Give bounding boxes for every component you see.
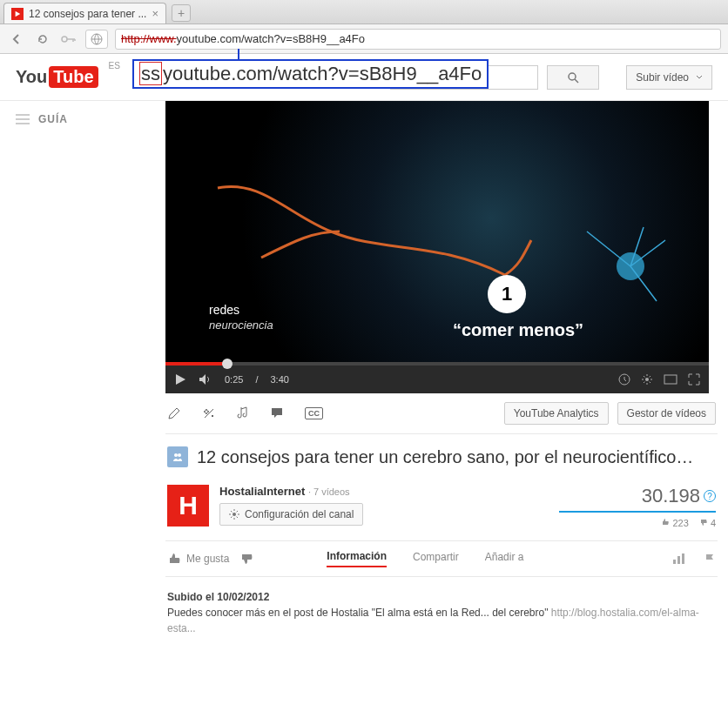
search-icon	[567, 71, 579, 84]
dislikes-count: 4	[699, 518, 716, 528]
time-current: 0:25	[225, 374, 243, 385]
svg-rect-10	[664, 375, 677, 384]
tab-info[interactable]: Información	[327, 550, 387, 567]
youtube-logo[interactable]: YouTube	[16, 66, 98, 88]
svg-point-3	[569, 73, 576, 80]
edit-icon[interactable]	[167, 406, 181, 420]
video-player: redes neurociencia 1 “comer menos” 0:25 …	[165, 101, 709, 393]
sentiment-bar	[559, 511, 716, 513]
overlay-text-redes: redes	[209, 303, 239, 317]
svg-point-1	[62, 37, 67, 42]
svg-line-4	[575, 79, 578, 83]
likes-count: 223	[661, 518, 688, 528]
url-struck: http://www.	[121, 32, 177, 45]
channel-name[interactable]: HostaliaInternet	[219, 485, 305, 498]
upload-date: Subido el 10/02/2012	[167, 591, 269, 603]
overlay-number-badge: 1	[488, 275, 526, 313]
browser-toolbar: http://www.youtube.com/watch?v=sB8H9__a4…	[0, 24, 728, 54]
player-controls: 0:25 / 3:40	[165, 366, 709, 393]
video-tabs: Me gusta Información Compartir Añadir a	[165, 540, 718, 577]
progress-played	[165, 362, 227, 366]
cc-icon[interactable]: CC	[305, 407, 323, 419]
tab-add[interactable]: Añadir a	[485, 551, 524, 567]
address-bar[interactable]: http://www.youtube.com/watch?v=sB8H9__a4…	[115, 29, 721, 50]
browser-tab-strip: 12 consejos para tener ... × +	[0, 0, 728, 24]
ss-prefix-highlight: ss	[139, 62, 162, 85]
watch-later-button[interactable]	[618, 373, 630, 386]
url-edit-overlay: ssyoutube.com/watch?v=sB8H9__a4Fo	[132, 59, 489, 89]
new-tab-button[interactable]: +	[172, 4, 191, 22]
svg-point-9	[645, 378, 649, 381]
svg-marker-6	[176, 374, 185, 385]
site-identity[interactable]	[85, 30, 108, 49]
svg-point-12	[178, 453, 181, 457]
progress-handle[interactable]	[222, 359, 233, 369]
view-count: 30.198	[642, 485, 700, 507]
play-button[interactable]	[174, 373, 186, 386]
svg-rect-14	[673, 560, 676, 564]
volume-button[interactable]	[199, 373, 212, 386]
svg-marker-7	[199, 374, 206, 385]
close-icon[interactable]: ×	[152, 7, 158, 20]
desc-text: Puedes conocer más en el post de Hostali…	[167, 607, 551, 619]
video-title: 12 consejos para tener un cerebro sano, …	[197, 447, 693, 467]
svg-point-13	[233, 513, 236, 516]
hamburger-icon	[16, 114, 30, 124]
theater-button[interactable]	[664, 373, 677, 386]
svg-rect-16	[682, 553, 684, 564]
category-icon	[167, 446, 188, 467]
overlay-text-neuro: neurociencia	[209, 319, 273, 332]
sidebar: GUÍA	[0, 101, 165, 648]
time-total: 3:40	[270, 374, 288, 385]
flag-icon[interactable]	[704, 553, 716, 565]
channel-config-button[interactable]: Configuración del canal	[219, 503, 363, 526]
search-button[interactable]	[547, 65, 599, 90]
url-rest: youtube.com/watch?v=sB8H9__a4Fo	[177, 32, 365, 45]
browser-tab[interactable]: 12 consejos para tener ... ×	[3, 3, 166, 23]
stats-icon[interactable]	[672, 553, 686, 565]
like-button[interactable]: Me gusta	[167, 552, 229, 566]
chevron-down-icon	[696, 74, 703, 81]
svg-marker-0	[16, 10, 21, 16]
back-button[interactable]	[7, 30, 26, 49]
tab-share[interactable]: Compartir	[413, 551, 459, 567]
fullscreen-button[interactable]	[688, 373, 700, 386]
key-icon[interactable]	[59, 30, 78, 49]
neuron-cyan-graphic	[570, 223, 674, 310]
analytics-button[interactable]: YouTube Analytics	[504, 402, 609, 425]
svg-rect-15	[677, 556, 680, 564]
country-code: ES	[109, 61, 120, 70]
video-description: Subido el 10/02/2012 Puedes conocer más …	[165, 577, 718, 648]
guide-toggle[interactable]: GUÍA	[16, 113, 150, 125]
reload-button[interactable]	[33, 30, 52, 49]
gear-icon	[229, 509, 239, 520]
tab-title: 12 consejos para tener ...	[29, 8, 146, 20]
youtube-favicon	[11, 8, 24, 20]
progress-bar[interactable]	[165, 362, 709, 366]
settings-button[interactable]	[641, 373, 653, 386]
video-action-bar: CC YouTube Analytics Gestor de vídeos	[165, 393, 718, 434]
svg-point-11	[174, 453, 178, 457]
dislike-button[interactable]	[239, 552, 253, 566]
enhance-icon[interactable]	[202, 406, 216, 420]
video-manager-button[interactable]: Gestor de vídeos	[617, 402, 716, 425]
video-canvas[interactable]: redes neurociencia 1 “comer menos”	[165, 101, 709, 362]
channel-row: H HostaliaInternet · 7 vídeos Configurac…	[165, 480, 718, 540]
overlay-caption: “comer menos”	[453, 320, 583, 340]
audio-icon[interactable]	[237, 406, 249, 420]
time-sep: /	[255, 374, 258, 385]
video-title-row: 12 consejos para tener un cerebro sano, …	[165, 434, 718, 480]
annotations-icon[interactable]	[270, 406, 284, 420]
channel-avatar[interactable]: H	[167, 485, 209, 527]
help-icon[interactable]: ?	[704, 490, 716, 502]
upload-button[interactable]: Subir vídeo	[626, 65, 712, 90]
